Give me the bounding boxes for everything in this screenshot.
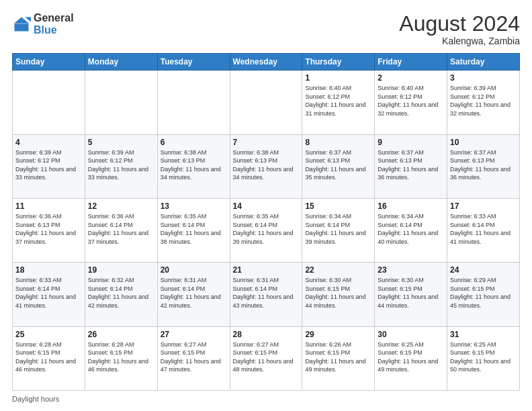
day-number: 1 — [305, 73, 371, 83]
calendar-week-row: 11Sunrise: 6:36 AMSunset: 6:13 PMDayligh… — [13, 198, 520, 262]
page: General Blue August 2024 Kalengwa, Zambi… — [0, 0, 532, 411]
calendar-cell — [85, 71, 157, 134]
month-year: August 2024 — [399, 12, 520, 36]
calendar-day-header: Tuesday — [157, 54, 230, 71]
calendar-cell: 17Sunrise: 6:33 AMSunset: 6:14 PMDayligh… — [447, 198, 520, 262]
calendar-cell: 24Sunrise: 6:29 AMSunset: 6:15 PMDayligh… — [447, 263, 520, 326]
day-number: 13 — [161, 201, 227, 211]
day-number: 8 — [305, 138, 371, 147]
logo-blue-text: Blue — [34, 24, 57, 36]
calendar-cell: 18Sunrise: 6:33 AMSunset: 6:14 PMDayligh… — [13, 263, 85, 326]
day-info: Sunrise: 6:36 AMSunset: 6:13 PMDaylight:… — [15, 212, 82, 246]
day-info: Sunrise: 6:37 AMSunset: 6:13 PMDaylight:… — [450, 148, 517, 182]
day-number: 12 — [88, 201, 154, 211]
day-info: Sunrise: 6:27 AMSunset: 6:15 PMDaylight:… — [161, 340, 227, 374]
calendar-cell: 23Sunrise: 6:30 AMSunset: 6:15 PMDayligh… — [375, 263, 447, 326]
calendar-week-row: 4Sunrise: 6:39 AMSunset: 6:12 PMDaylight… — [13, 134, 520, 198]
calendar-week-row: 1Sunrise: 6:40 AMSunset: 6:12 PMDaylight… — [13, 71, 520, 134]
day-info: Sunrise: 6:34 AMSunset: 6:14 PMDaylight:… — [378, 212, 444, 246]
calendar-cell: 7Sunrise: 6:38 AMSunset: 6:13 PMDaylight… — [230, 134, 302, 198]
day-info: Sunrise: 6:39 AMSunset: 6:12 PMDaylight:… — [450, 84, 517, 118]
calendar-cell: 21Sunrise: 6:31 AMSunset: 6:14 PMDayligh… — [230, 263, 302, 326]
day-info: Sunrise: 6:36 AMSunset: 6:14 PMDaylight:… — [88, 212, 154, 246]
day-number: 26 — [88, 330, 154, 339]
day-info: Sunrise: 6:34 AMSunset: 6:14 PMDaylight:… — [305, 212, 371, 246]
calendar-day-header: Wednesday — [230, 54, 302, 71]
day-number: 14 — [233, 201, 300, 211]
calendar-cell: 27Sunrise: 6:27 AMSunset: 6:15 PMDayligh… — [157, 326, 230, 390]
calendar-header-row: SundayMondayTuesdayWednesdayThursdayFrid… — [13, 54, 520, 71]
calendar-cell: 9Sunrise: 6:37 AMSunset: 6:13 PMDaylight… — [375, 134, 447, 198]
day-number: 21 — [233, 265, 300, 275]
day-number: 10 — [450, 138, 517, 147]
day-info: Sunrise: 6:35 AMSunset: 6:14 PMDaylight:… — [161, 212, 227, 246]
day-info: Sunrise: 6:37 AMSunset: 6:13 PMDaylight:… — [305, 148, 371, 182]
calendar-cell: 25Sunrise: 6:28 AMSunset: 6:15 PMDayligh… — [13, 326, 85, 390]
calendar-cell — [157, 71, 230, 134]
day-info: Sunrise: 6:33 AMSunset: 6:14 PMDaylight:… — [450, 212, 517, 246]
calendar-cell: 16Sunrise: 6:34 AMSunset: 6:14 PMDayligh… — [375, 198, 447, 262]
calendar-cell — [13, 71, 85, 134]
logo-text: General Blue — [34, 12, 74, 36]
location: Kalengwa, Zambia — [399, 36, 520, 46]
calendar-cell: 30Sunrise: 6:25 AMSunset: 6:15 PMDayligh… — [375, 326, 447, 390]
day-number: 6 — [161, 138, 227, 147]
calendar-cell: 29Sunrise: 6:26 AMSunset: 6:15 PMDayligh… — [302, 326, 375, 390]
day-number: 17 — [450, 201, 517, 211]
day-number: 31 — [450, 330, 517, 339]
calendar-week-row: 25Sunrise: 6:28 AMSunset: 6:15 PMDayligh… — [13, 326, 520, 390]
day-number: 18 — [15, 265, 82, 275]
day-number: 5 — [88, 138, 154, 147]
day-number: 11 — [15, 201, 82, 211]
calendar-cell: 4Sunrise: 6:39 AMSunset: 6:12 PMDaylight… — [13, 134, 85, 198]
calendar-table: SundayMondayTuesdayWednesdayThursdayFrid… — [12, 53, 520, 391]
day-info: Sunrise: 6:35 AMSunset: 6:14 PMDaylight:… — [233, 212, 300, 246]
day-info: Sunrise: 6:38 AMSunset: 6:13 PMDaylight:… — [233, 148, 300, 182]
logo-general-text: General — [34, 12, 74, 24]
day-number: 30 — [378, 330, 444, 339]
day-info: Sunrise: 6:38 AMSunset: 6:13 PMDaylight:… — [161, 148, 227, 182]
calendar-cell: 1Sunrise: 6:40 AMSunset: 6:12 PMDaylight… — [302, 71, 375, 134]
day-info: Sunrise: 6:39 AMSunset: 6:12 PMDaylight:… — [88, 148, 154, 182]
logo-icon — [12, 15, 31, 34]
day-info: Sunrise: 6:26 AMSunset: 6:15 PMDaylight:… — [305, 340, 371, 374]
footer: Daylight hours — [12, 395, 520, 403]
calendar-cell: 14Sunrise: 6:35 AMSunset: 6:14 PMDayligh… — [230, 198, 302, 262]
calendar-cell: 20Sunrise: 6:31 AMSunset: 6:14 PMDayligh… — [157, 263, 230, 326]
calendar-week-row: 18Sunrise: 6:33 AMSunset: 6:14 PMDayligh… — [13, 263, 520, 326]
day-number: 19 — [88, 265, 154, 275]
day-info: Sunrise: 6:30 AMSunset: 6:15 PMDaylight:… — [305, 276, 371, 310]
calendar-cell: 28Sunrise: 6:27 AMSunset: 6:15 PMDayligh… — [230, 326, 302, 390]
calendar-cell: 26Sunrise: 6:28 AMSunset: 6:15 PMDayligh… — [85, 326, 157, 390]
day-number: 20 — [161, 265, 227, 275]
calendar-day-header: Monday — [85, 54, 157, 71]
calendar-cell: 19Sunrise: 6:32 AMSunset: 6:14 PMDayligh… — [85, 263, 157, 326]
day-info: Sunrise: 6:33 AMSunset: 6:14 PMDaylight:… — [15, 276, 82, 310]
calendar-cell: 15Sunrise: 6:34 AMSunset: 6:14 PMDayligh… — [302, 198, 375, 262]
day-info: Sunrise: 6:40 AMSunset: 6:12 PMDaylight:… — [378, 84, 444, 118]
day-info: Sunrise: 6:25 AMSunset: 6:15 PMDaylight:… — [450, 340, 517, 374]
day-info: Sunrise: 6:31 AMSunset: 6:14 PMDaylight:… — [161, 276, 227, 310]
day-info: Sunrise: 6:39 AMSunset: 6:12 PMDaylight:… — [15, 148, 82, 182]
day-info: Sunrise: 6:28 AMSunset: 6:15 PMDaylight:… — [88, 340, 154, 374]
day-number: 9 — [378, 138, 444, 147]
calendar-cell: 11Sunrise: 6:36 AMSunset: 6:13 PMDayligh… — [13, 198, 85, 262]
day-number: 24 — [450, 265, 517, 275]
day-info: Sunrise: 6:25 AMSunset: 6:15 PMDaylight:… — [378, 340, 444, 374]
day-number: 27 — [161, 330, 227, 339]
calendar-cell: 5Sunrise: 6:39 AMSunset: 6:12 PMDaylight… — [85, 134, 157, 198]
day-number: 28 — [233, 330, 300, 339]
day-info: Sunrise: 6:29 AMSunset: 6:15 PMDaylight:… — [450, 276, 517, 310]
calendar-cell: 2Sunrise: 6:40 AMSunset: 6:12 PMDaylight… — [375, 71, 447, 134]
day-number: 4 — [15, 138, 82, 147]
calendar-cell: 12Sunrise: 6:36 AMSunset: 6:14 PMDayligh… — [85, 198, 157, 262]
title-block: August 2024 Kalengwa, Zambia — [399, 12, 520, 46]
day-number: 22 — [305, 265, 371, 275]
day-number: 25 — [15, 330, 82, 339]
calendar-day-header: Sunday — [13, 54, 85, 71]
day-number: 15 — [305, 201, 371, 211]
day-number: 23 — [378, 265, 444, 275]
calendar-cell: 22Sunrise: 6:30 AMSunset: 6:15 PMDayligh… — [302, 263, 375, 326]
calendar-cell: 6Sunrise: 6:38 AMSunset: 6:13 PMDaylight… — [157, 134, 230, 198]
calendar-cell: 31Sunrise: 6:25 AMSunset: 6:15 PMDayligh… — [447, 326, 520, 390]
